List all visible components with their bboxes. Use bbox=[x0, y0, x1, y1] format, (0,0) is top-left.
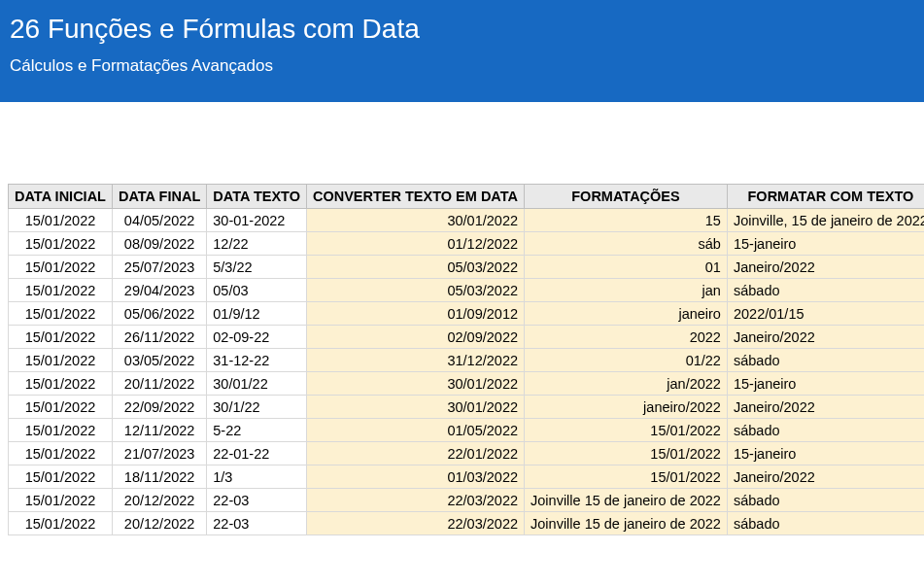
cell-data-texto[interactable]: 31-12-22 bbox=[207, 349, 307, 372]
cell-data-final[interactable]: 21/07/2023 bbox=[112, 442, 206, 465]
cell-data-inicial[interactable]: 15/01/2022 bbox=[9, 465, 113, 489]
cell-converter[interactable]: 01/12/2022 bbox=[306, 232, 524, 256]
cell-data-final[interactable]: 26/11/2022 bbox=[112, 326, 206, 349]
cell-formatacoes[interactable]: janeiro bbox=[525, 302, 728, 326]
cell-data-inicial[interactable]: 15/01/2022 bbox=[9, 209, 113, 232]
cell-formatacoes[interactable]: 15/01/2022 bbox=[525, 419, 728, 442]
cell-data-final[interactable]: 22/09/2022 bbox=[112, 396, 206, 419]
cell-data-texto[interactable]: 01/9/12 bbox=[207, 302, 307, 326]
table-row: 15/01/202208/09/202212/2201/12/2022sáb15… bbox=[9, 232, 925, 256]
cell-formatacoes[interactable]: 15/01/2022 bbox=[525, 465, 728, 489]
cell-converter[interactable]: 01/03/2022 bbox=[306, 465, 524, 489]
cell-data-texto[interactable]: 1/3 bbox=[207, 465, 307, 489]
cell-converter[interactable]: 30/01/2022 bbox=[306, 396, 524, 419]
cell-converter[interactable]: 05/03/2022 bbox=[306, 256, 524, 279]
cell-data-texto[interactable]: 05/03 bbox=[207, 279, 307, 302]
cell-data-final[interactable]: 20/12/2022 bbox=[112, 512, 206, 535]
cell-data-inicial[interactable]: 15/01/2022 bbox=[9, 256, 113, 279]
cell-formatacoes[interactable]: Joinville 15 de janeiro de 2022 bbox=[525, 489, 728, 512]
cell-converter[interactable]: 30/01/2022 bbox=[306, 209, 524, 232]
cell-formatar[interactable]: 15-janeiro bbox=[727, 232, 924, 256]
cell-converter[interactable]: 01/09/2012 bbox=[306, 302, 524, 326]
cell-data-final[interactable]: 25/07/2023 bbox=[112, 256, 206, 279]
cell-formatar[interactable]: sábado bbox=[727, 349, 924, 372]
cell-formatacoes[interactable]: jan/2022 bbox=[525, 372, 728, 396]
cell-formatacoes[interactable]: 2022 bbox=[525, 326, 728, 349]
cell-data-inicial[interactable]: 15/01/2022 bbox=[9, 302, 113, 326]
cell-data-final[interactable]: 04/05/2022 bbox=[112, 209, 206, 232]
cell-converter[interactable]: 22/01/2022 bbox=[306, 442, 524, 465]
cell-formatar[interactable]: Janeiro/2022 bbox=[727, 326, 924, 349]
cell-data-texto[interactable]: 30/1/22 bbox=[207, 396, 307, 419]
table-row: 15/01/202229/04/202305/0305/03/2022jansá… bbox=[9, 279, 925, 302]
col-header-converter[interactable]: CONVERTER TEXTO EM DATA bbox=[306, 185, 524, 209]
cell-data-final[interactable]: 20/12/2022 bbox=[112, 489, 206, 512]
cell-data-final[interactable]: 12/11/2022 bbox=[112, 419, 206, 442]
col-header-formatacoes[interactable]: FORMATAÇÕES bbox=[525, 185, 728, 209]
cell-converter[interactable]: 22/03/2022 bbox=[306, 489, 524, 512]
table-row: 15/01/202203/05/202231-12-2231/12/202201… bbox=[9, 349, 925, 372]
col-header-data-texto[interactable]: DATA TEXTO bbox=[207, 185, 307, 209]
cell-formatar[interactable]: 2022/01/15 bbox=[727, 302, 924, 326]
cell-data-final[interactable]: 18/11/2022 bbox=[112, 465, 206, 489]
cell-formatar[interactable]: 15-janeiro bbox=[727, 372, 924, 396]
cell-data-inicial[interactable]: 15/01/2022 bbox=[9, 232, 113, 256]
cell-data-texto[interactable]: 22-03 bbox=[207, 489, 307, 512]
cell-data-inicial[interactable]: 15/01/2022 bbox=[9, 396, 113, 419]
cell-formatar[interactable]: Joinville, 15 de janeiro de 2022 bbox=[727, 209, 924, 232]
cell-converter[interactable]: 05/03/2022 bbox=[306, 279, 524, 302]
cell-formatar[interactable]: sábado bbox=[727, 279, 924, 302]
table-container: DATA INICIAL DATA FINAL DATA TEXTO CONVE… bbox=[8, 184, 924, 535]
cell-data-texto[interactable]: 30/01/22 bbox=[207, 372, 307, 396]
cell-formatacoes[interactable]: 01 bbox=[525, 256, 728, 279]
cell-data-inicial[interactable]: 15/01/2022 bbox=[9, 279, 113, 302]
cell-formatar[interactable]: Janeiro/2022 bbox=[727, 256, 924, 279]
col-header-formatar[interactable]: FORMATAR COM TEXTO bbox=[727, 185, 924, 209]
cell-formatacoes[interactable]: 01/22 bbox=[525, 349, 728, 372]
cell-data-inicial[interactable]: 15/01/2022 bbox=[9, 419, 113, 442]
cell-formatacoes[interactable]: sáb bbox=[525, 232, 728, 256]
cell-formatar[interactable]: Janeiro/2022 bbox=[727, 465, 924, 489]
cell-formatacoes[interactable]: jan bbox=[525, 279, 728, 302]
cell-converter[interactable]: 30/01/2022 bbox=[306, 372, 524, 396]
cell-formatacoes[interactable]: 15/01/2022 bbox=[525, 442, 728, 465]
cell-formatar[interactable]: sábado bbox=[727, 512, 924, 535]
cell-formatacoes[interactable]: Joinville 15 de janeiro de 2022 bbox=[525, 512, 728, 535]
cell-data-texto[interactable]: 5/3/22 bbox=[207, 256, 307, 279]
cell-data-inicial[interactable]: 15/01/2022 bbox=[9, 442, 113, 465]
table-row: 15/01/202205/06/202201/9/1201/09/2012jan… bbox=[9, 302, 925, 326]
cell-data-texto[interactable]: 02-09-22 bbox=[207, 326, 307, 349]
cell-data-texto[interactable]: 5-22 bbox=[207, 419, 307, 442]
cell-data-inicial[interactable]: 15/01/2022 bbox=[9, 489, 113, 512]
cell-data-final[interactable]: 08/09/2022 bbox=[112, 232, 206, 256]
table-row: 15/01/202226/11/202202-09-2202/09/202220… bbox=[9, 326, 925, 349]
cell-data-texto[interactable]: 22-01-22 bbox=[207, 442, 307, 465]
cell-data-final[interactable]: 29/04/2023 bbox=[112, 279, 206, 302]
cell-formatacoes[interactable]: 15 bbox=[525, 209, 728, 232]
cell-converter[interactable]: 31/12/2022 bbox=[306, 349, 524, 372]
cell-formatar[interactable]: Janeiro/2022 bbox=[727, 396, 924, 419]
cell-data-final[interactable]: 03/05/2022 bbox=[112, 349, 206, 372]
cell-data-inicial[interactable]: 15/01/2022 bbox=[9, 349, 113, 372]
cell-formatar[interactable]: 15-janeiro bbox=[727, 442, 924, 465]
cell-formatar[interactable]: sábado bbox=[727, 419, 924, 442]
page-title: 26 Funções e Fórmulas com Data bbox=[10, 14, 914, 45]
table-row: 15/01/202220/11/202230/01/2230/01/2022ja… bbox=[9, 372, 925, 396]
cell-data-texto[interactable]: 12/22 bbox=[207, 232, 307, 256]
cell-converter[interactable]: 22/03/2022 bbox=[306, 512, 524, 535]
table-row: 15/01/202221/07/202322-01-2222/01/202215… bbox=[9, 442, 925, 465]
cell-data-inicial[interactable]: 15/01/2022 bbox=[9, 326, 113, 349]
cell-data-inicial[interactable]: 15/01/2022 bbox=[9, 372, 113, 396]
cell-converter[interactable]: 02/09/2022 bbox=[306, 326, 524, 349]
data-table: DATA INICIAL DATA FINAL DATA TEXTO CONVE… bbox=[8, 184, 924, 535]
cell-data-final[interactable]: 05/06/2022 bbox=[112, 302, 206, 326]
cell-converter[interactable]: 01/05/2022 bbox=[306, 419, 524, 442]
col-header-data-final[interactable]: DATA FINAL bbox=[112, 185, 206, 209]
cell-data-texto[interactable]: 30-01-2022 bbox=[207, 209, 307, 232]
cell-data-texto[interactable]: 22-03 bbox=[207, 512, 307, 535]
cell-formatar[interactable]: sábado bbox=[727, 489, 924, 512]
col-header-data-inicial[interactable]: DATA INICIAL bbox=[9, 185, 113, 209]
cell-data-inicial[interactable]: 15/01/2022 bbox=[9, 512, 113, 535]
cell-formatacoes[interactable]: janeiro/2022 bbox=[525, 396, 728, 419]
cell-data-final[interactable]: 20/11/2022 bbox=[112, 372, 206, 396]
